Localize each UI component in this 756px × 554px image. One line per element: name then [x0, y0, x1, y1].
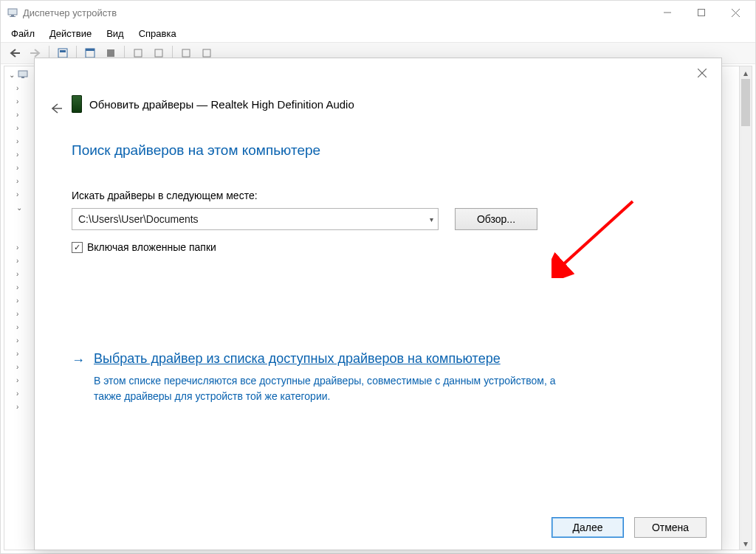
svg-rect-14	[182, 49, 190, 57]
svg-rect-1	[11, 15, 14, 16]
svg-rect-17	[21, 77, 24, 78]
svg-rect-7	[58, 49, 67, 58]
device-tree[interactable]: ⌄ › › › › › › › › › ⌄ › › › ›	[9, 69, 28, 413]
tree-node[interactable]: ›	[16, 294, 28, 307]
menu-file[interactable]: Файл	[4, 27, 42, 41]
window-maximize-button[interactable]	[684, 1, 718, 24]
include-subfolders-checkbox[interactable]: ✓	[72, 242, 83, 253]
menu-action[interactable]: Действие	[42, 27, 99, 41]
svg-rect-11	[107, 49, 114, 57]
window-minimize-button[interactable]	[650, 1, 684, 24]
window-close-button[interactable]	[718, 1, 752, 24]
tree-node[interactable]: ›	[16, 254, 28, 267]
dialog-back-button[interactable]	[45, 97, 67, 120]
arrow-right-icon: →	[72, 351, 85, 367]
tree-node[interactable]: ›	[16, 360, 28, 373]
tree-node[interactable]	[16, 227, 28, 240]
vertical-scrollbar[interactable]: ▴ ▾	[739, 66, 752, 550]
tree-node[interactable]: ›	[16, 387, 28, 400]
svg-rect-10	[86, 49, 94, 51]
tree-node[interactable]: ›	[16, 108, 28, 121]
browse-button[interactable]: Обзор...	[455, 208, 537, 230]
pick-from-list-description: В этом списке перечисляются все доступны…	[94, 373, 566, 404]
svg-rect-12	[134, 49, 142, 57]
tree-node[interactable]: ›	[16, 240, 28, 254]
next-button[interactable]: Далее	[551, 517, 624, 538]
scroll-down-icon[interactable]: ▾	[740, 537, 752, 550]
tree-node[interactable]: ›	[16, 267, 28, 280]
tree-node[interactable]: ›	[16, 373, 28, 387]
dialog-header: Обновить драйверы — Realtek High Definit…	[72, 95, 699, 113]
pick-from-list-option[interactable]: → Выбрать драйвер из списка доступных др…	[72, 351, 677, 404]
app-icon	[7, 7, 18, 18]
toolbar-back-button[interactable]	[5, 44, 24, 62]
tree-node[interactable]: ›	[16, 134, 28, 148]
annotation-arrow	[551, 197, 647, 278]
dialog-close-button[interactable]	[687, 61, 717, 85]
svg-rect-15	[203, 49, 210, 57]
svg-line-20	[560, 201, 633, 267]
audio-device-icon	[72, 95, 82, 113]
search-path-label: Искать драйверы в следующем месте:	[72, 190, 258, 201]
svg-rect-16	[18, 71, 27, 77]
search-path-value: C:\Users\User\Documents	[78, 213, 199, 225]
menubar: Файл Действие Вид Справка	[1, 24, 755, 42]
scroll-thumb[interactable]	[741, 79, 750, 126]
computer-icon	[18, 69, 28, 80]
dialog-section-title: Поиск драйверов на этом компьютере	[72, 142, 320, 159]
tree-node[interactable]: ›	[16, 148, 28, 161]
search-path-combobox[interactable]: C:\Users\User\Documents ▾	[72, 208, 439, 230]
pick-from-list-title[interactable]: Выбрать драйвер из списка доступных драй…	[94, 351, 501, 367]
tree-node[interactable]: ›	[16, 121, 28, 134]
tree-node[interactable]: ›	[16, 400, 28, 413]
window-title: Диспетчер устройств	[23, 7, 117, 18]
tree-node[interactable]: ›	[16, 280, 28, 294]
tree-node[interactable]: ›	[16, 187, 28, 201]
tree-node[interactable]: ›	[16, 333, 28, 347]
menu-help[interactable]: Справка	[131, 27, 184, 41]
svg-rect-2	[10, 16, 16, 17]
include-subfolders-row[interactable]: ✓ Включая вложенные папки	[72, 241, 216, 253]
tree-node[interactable]	[16, 214, 28, 227]
menu-view[interactable]: Вид	[99, 27, 131, 41]
tree-node[interactable]: ›	[16, 174, 28, 187]
tree-node[interactable]: ⌄	[16, 201, 28, 214]
scroll-up-icon[interactable]: ▴	[740, 66, 752, 79]
svg-rect-13	[155, 49, 162, 57]
include-subfolders-label: Включая вложенные папки	[87, 241, 216, 253]
svg-rect-0	[8, 9, 17, 15]
svg-rect-4	[698, 10, 705, 16]
tree-node[interactable]: ›	[16, 94, 28, 108]
chevron-down-icon: ▾	[430, 215, 433, 224]
cancel-button[interactable]: Отмена	[634, 517, 707, 538]
tree-node[interactable]: ›	[16, 307, 28, 320]
window-titlebar: Диспетчер устройств	[1, 1, 755, 24]
dialog-title: Обновить драйверы — Realtek High Definit…	[89, 98, 354, 111]
svg-rect-8	[60, 50, 66, 52]
update-drivers-dialog: Обновить драйверы — Realtek High Definit…	[34, 58, 722, 550]
tree-node[interactable]: ›	[16, 161, 28, 174]
tree-root[interactable]: ⌄	[9, 69, 28, 80]
tree-node[interactable]: ›	[16, 320, 28, 333]
tree-node[interactable]: ›	[16, 81, 28, 94]
tree-node[interactable]: ›	[16, 347, 28, 360]
